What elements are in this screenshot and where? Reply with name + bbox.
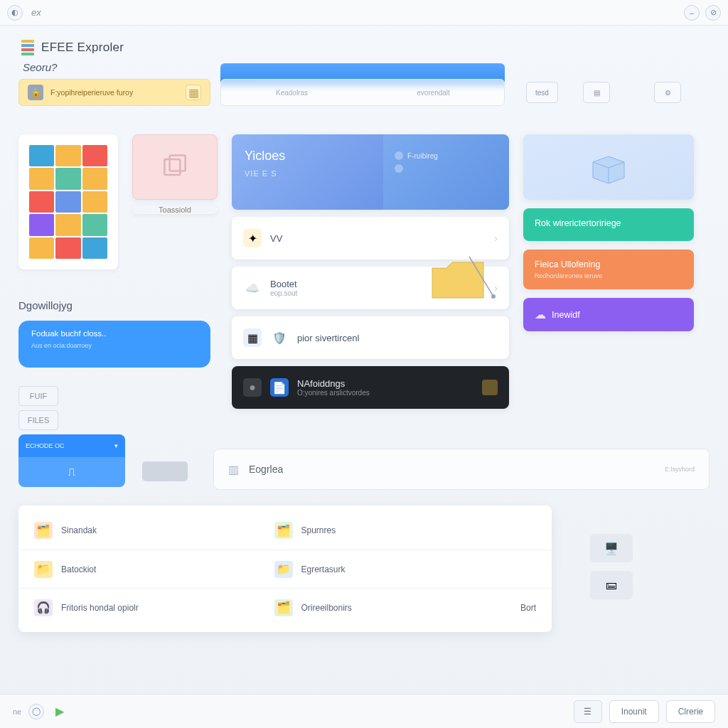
list-row[interactable]: ▦ 🛡️ pior sivertircenl [232, 316, 509, 359]
filter-button[interactable]: FUIF [18, 386, 58, 406]
tag-icon [482, 380, 498, 395]
folder-icon: 🗂️ [274, 522, 293, 539]
tab-button[interactable]: ex [31, 7, 41, 18]
shield-icon: 🛡️ [270, 328, 289, 347]
list-item[interactable]: 🗂️Sinandak 🗂️Spurnres [18, 511, 552, 550]
minimize-button[interactable]: – [684, 5, 700, 21]
row-title: NAfoiddngs [297, 378, 370, 389]
dropdown-pill[interactable]: Foduak buchf closs.. Aus en ocia:doarroe… [18, 321, 210, 368]
chip[interactable] [142, 461, 188, 481]
preview-tile[interactable] [523, 134, 694, 200]
svg-rect-0 [164, 159, 180, 175]
circle-icon: ● [243, 378, 262, 397]
footer-button[interactable]: Inounit [609, 700, 659, 723]
cell-text: Orireeilbonirs [301, 603, 352, 613]
toolbar-button[interactable]: tesd [526, 82, 558, 103]
tab-strip: Keadolras evorendalt [220, 79, 505, 106]
grid-icon: ▦ [243, 328, 262, 347]
plus-icon: ▦ [188, 86, 199, 100]
settings-icon: ⚙ [665, 89, 671, 97]
svg-point-2 [491, 294, 496, 299]
tile-title: Rok wirerictertoririege [535, 218, 682, 228]
document-icon: ▤ [594, 89, 600, 97]
banner-add-button[interactable]: ▦ [186, 85, 201, 100]
row-title: Bootet [270, 279, 297, 289]
toolbar-icon-button[interactable]: ⚙ [654, 82, 681, 103]
document-icon: 📄 [270, 378, 289, 397]
drive-icon[interactable]: 🖴 [590, 571, 633, 599]
pill-title: Foduak buchf closs.. [31, 329, 198, 338]
svg-rect-1 [170, 156, 186, 171]
dot-icon [395, 164, 403, 173]
banner-text: F:yopihreiperieruve furoy [50, 88, 133, 97]
row-subtitle: eop.sout [270, 289, 297, 297]
card-meta: F-ruibireg [407, 152, 438, 160]
toolbar-icon-button[interactable]: ▤ [583, 82, 610, 103]
lock-icon: 🔒 [28, 85, 43, 100]
stack-icon: ☰ [584, 707, 592, 717]
tile-title: Inewidf [552, 310, 580, 320]
split-label: ECHODE OC [26, 442, 65, 449]
list-row-dark[interactable]: ● 📄 NAfoiddngsO:yonires arslictvordes [232, 366, 509, 409]
quick-tile-purple[interactable]: ☁ Inewidf [523, 298, 694, 331]
system-menu-button[interactable]: ◐ [7, 5, 23, 21]
status-text: ne [13, 707, 21, 716]
star-icon: ✦ [243, 229, 262, 247]
window-titlebar: ◐ ex – ⊘ [0, 0, 728, 26]
layers-icon [159, 151, 191, 183]
app-logo-icon [21, 40, 34, 55]
row-title: pior sivertircenl [297, 333, 359, 343]
mosaic-icon [29, 145, 107, 259]
tab-item[interactable]: Keadolras [221, 89, 363, 97]
tab-item[interactable]: evorendalt [363, 89, 504, 97]
search-bar[interactable]: ▥ Eogrlea E:lsyvhord [213, 449, 710, 490]
box-icon [587, 149, 630, 185]
tile-title: Fieica Ullofening [535, 259, 682, 269]
cloud-icon: ☁️ [243, 279, 262, 297]
footer-button[interactable]: Clrerie [666, 700, 715, 723]
cloud-icon: ☁ [535, 308, 546, 321]
play-icon[interactable]: ▶ [55, 705, 64, 718]
list-item[interactable]: 📁Batockiot 📁Egrertasurk [18, 550, 552, 588]
search-text: Eogrlea [249, 464, 283, 475]
list-panel: 🗂️Sinandak 🗂️Spurnres 📁Batockiot 📁Egrert… [18, 505, 552, 632]
close-button[interactable]: ⊘ [705, 5, 721, 21]
videos-card[interactable]: Yicloes VIE E S F-ruibireg [232, 134, 509, 210]
cell-text: Egrertasurk [301, 564, 346, 574]
dot-icon [395, 151, 403, 160]
list-item[interactable]: 🎧Fritoris hondal opiolr 🗂️Orireeilbonirs… [18, 588, 552, 626]
cell-text: Spurnres [301, 525, 336, 535]
quick-tile-green[interactable]: Rok wirerictertoririege [523, 208, 694, 241]
card-title: Yicloes [245, 149, 370, 164]
row-title: VV [270, 233, 282, 244]
section-label: Dgowillojyg [18, 299, 73, 311]
app-title: EFEE Exproler [41, 41, 124, 55]
right-column: Rok wirerictertoririege Fieica Ullofenin… [523, 134, 694, 340]
pill-subtitle: Aus en ocia:doarroey [31, 342, 198, 349]
cell-text: Batockiot [61, 564, 96, 574]
cell-text: Sinandak [61, 525, 97, 535]
folder-icon: 🗂️ [34, 522, 53, 539]
search-hint: E:lsyvhord [665, 466, 695, 473]
start-tile[interactable] [18, 134, 118, 269]
cell-text: Bort [520, 603, 536, 613]
view-button[interactable]: ☰ [574, 700, 602, 723]
folder-illustration [417, 235, 509, 321]
device-icon[interactable]: 🖥️ [590, 534, 633, 562]
pink-tile[interactable] [132, 134, 218, 200]
tile-subtitle: Redhordanronea teruve [535, 272, 682, 279]
filter-button[interactable]: FILES [18, 410, 58, 430]
quick-tile-orange[interactable]: Fieica Ullofening Redhordanronea teruve [523, 250, 694, 289]
side-icons: 🖥️ 🖴 [590, 534, 633, 599]
headset-icon: 🎧 [34, 599, 53, 616]
chevron-down-icon: ▾ [114, 442, 118, 449]
connector-icon: ⎍ [68, 466, 75, 478]
row-subtitle: O:yonires arslictvordes [297, 389, 370, 397]
split-button[interactable]: ECHODE OC▾ ⎍ [18, 434, 125, 487]
notice-banner[interactable]: 🔒 F:yopihreiperieruve furoy ▦ [18, 79, 210, 106]
folder-icon: 📁 [34, 561, 53, 578]
folder-icon: 🗂️ [274, 599, 293, 616]
record-button[interactable]: ◯ [28, 704, 44, 719]
card-subtitle: VIE E S [245, 169, 370, 178]
pink-tile-label: Toassiold [132, 205, 218, 214]
